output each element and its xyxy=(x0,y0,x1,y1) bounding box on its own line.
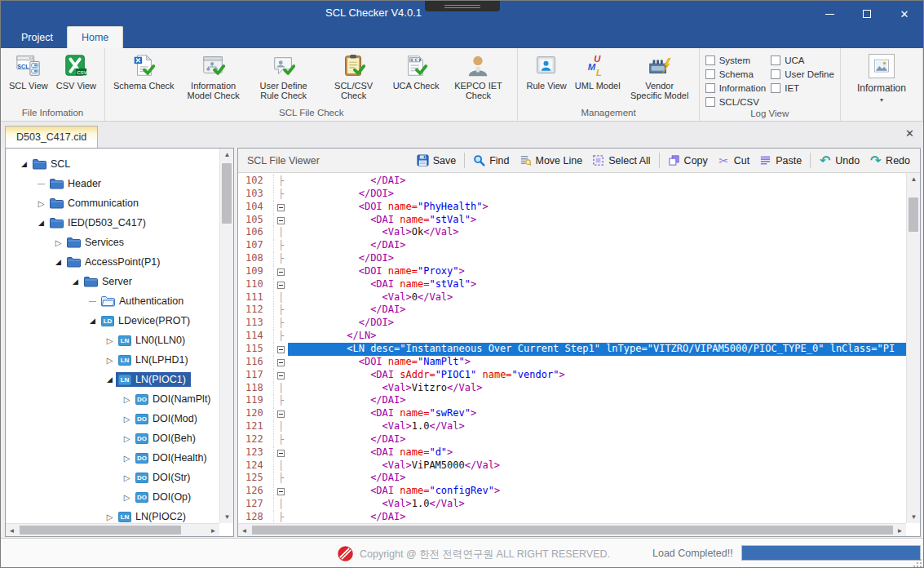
code-line-112[interactable]: 112├ </DAI> xyxy=(238,304,906,317)
tree-item-doi-str[interactable]: ▷DODOI(Str) xyxy=(7,468,219,487)
code-line-103[interactable]: 103├ </DOI> xyxy=(238,188,906,201)
tree-item-doi-namplt[interactable]: ▷DODOI(NamPlt) xyxy=(7,389,219,409)
tree-item-services[interactable]: ▷Services xyxy=(7,233,219,252)
code-line-118[interactable]: 118│ <Val>Vitzro</Val> xyxy=(238,382,906,395)
tree-item-ln-lphd1[interactable]: ▷LNLN(LPHD1) xyxy=(7,350,219,370)
scroll-up-icon[interactable]: ▲ xyxy=(907,173,921,185)
ribbon-button-schema-check[interactable]: Schema Check xyxy=(111,51,177,92)
tree-item-scl[interactable]: ◢SCL xyxy=(7,154,219,174)
tree-item-ln-pioc1[interactable]: ◢LNLN(PIOC1) xyxy=(7,370,219,389)
code-line-125[interactable]: 125├ </DAI> xyxy=(238,472,906,485)
tree-item-header[interactable]: Header xyxy=(7,174,219,193)
scroll-right-icon[interactable]: ► xyxy=(894,524,906,537)
tree-vscroll-thumb[interactable] xyxy=(222,163,232,224)
ribbon-button-vendor-specific-model[interactable]: Vendor Specific Model xyxy=(626,51,693,102)
code-line-123[interactable]: 123 <DAI name="d"> xyxy=(238,446,906,459)
tree-item-ln-pioc2[interactable]: ▷LNLN(PIOC2) xyxy=(7,507,219,522)
code-line-113[interactable]: 113├ </DOI> xyxy=(238,317,906,330)
code-line-106[interactable]: 106│ <Val>Ok</Val> xyxy=(238,226,906,239)
toolbar-button-move-line[interactable]: Move Line xyxy=(515,152,588,169)
code-line-102[interactable]: 102├ </DAI> xyxy=(238,175,906,188)
close-document-icon[interactable]: ✕ xyxy=(905,128,914,139)
ribbon-button-scl-view[interactable]: SCLSCL View xyxy=(7,51,51,92)
code-line-107[interactable]: 107├ </DAI> xyxy=(238,239,906,252)
code-line-109[interactable]: 109 <DOI name="Proxy"> xyxy=(238,265,906,278)
tree-hscroll-thumb[interactable] xyxy=(20,526,181,535)
scroll-down-icon[interactable]: ▼ xyxy=(907,511,921,523)
expand-icon[interactable]: ▷ xyxy=(121,454,133,463)
fold-toggle-icon[interactable] xyxy=(277,282,285,289)
maximize-button[interactable] xyxy=(848,1,886,27)
fold-toggle-icon[interactable] xyxy=(277,488,285,495)
code-line-111[interactable]: 111│ <Val>0</Val> xyxy=(238,291,906,304)
expand-icon[interactable]: ▷ xyxy=(35,199,47,208)
collapse-icon[interactable]: ◢ xyxy=(69,277,82,286)
checkbox-system[interactable] xyxy=(705,55,715,65)
expand-icon[interactable]: ▷ xyxy=(104,336,116,345)
tree-item-accesspoint-p1[interactable]: ◢AccessPoint(P1) xyxy=(7,252,219,272)
tree-item-authentication[interactable]: Authentication xyxy=(7,291,219,311)
fold-toggle-icon[interactable] xyxy=(277,217,285,224)
code-line-127[interactable]: 127│ <Val>1.0</Val> xyxy=(238,498,906,511)
collapse-icon[interactable]: ◢ xyxy=(35,219,47,227)
scroll-down-icon[interactable]: ▼ xyxy=(220,511,234,523)
fold-toggle-icon[interactable] xyxy=(277,204,285,211)
checkbox-uca[interactable] xyxy=(771,55,780,65)
code-line-128[interactable]: 128├ </DAI> xyxy=(238,511,906,523)
fold-toggle-icon[interactable] xyxy=(277,372,285,379)
code-line-126[interactable]: 126 <DAI name="configRev"> xyxy=(238,485,906,498)
code-line-108[interactable]: 108├ </DOI> xyxy=(238,252,906,265)
code-line-115[interactable]: 115 <LN desc="Instantaneous Over Current… xyxy=(238,343,906,356)
collapse-icon[interactable]: ◢ xyxy=(18,160,30,168)
toolbar-button-select-all[interactable]: Select All xyxy=(587,152,655,169)
ribbon-button-uml-model[interactable]: UMLUML Model xyxy=(573,51,623,92)
scroll-right-icon[interactable]: ► xyxy=(207,524,219,537)
scroll-up-icon[interactable]: ▲ xyxy=(220,149,234,161)
ribbon-button-csv-view[interactable]: CSVCSV View xyxy=(54,51,99,92)
expand-icon[interactable]: ▷ xyxy=(121,473,133,482)
code-line-117[interactable]: 117 <DAI sAddr="PIOC1" name="vendor"> xyxy=(238,369,906,382)
code-hscroll-thumb[interactable] xyxy=(252,526,893,535)
code-line-110[interactable]: 110 <DAI name="stVal"> xyxy=(238,278,906,291)
toolbar-button-paste[interactable]: Paste xyxy=(754,152,807,169)
checkbox-user-define[interactable] xyxy=(771,69,780,79)
minimize-button[interactable] xyxy=(811,1,848,27)
scroll-left-icon[interactable]: ◄ xyxy=(238,524,250,537)
code-horizontal-scrollbar[interactable]: ◄ ► xyxy=(238,523,906,536)
fold-toggle-icon[interactable] xyxy=(277,346,285,353)
code-vscroll-thumb[interactable] xyxy=(909,197,918,232)
tree-item-doi-mod[interactable]: ▷DODOI(Mod) xyxy=(7,409,219,428)
ribbon-tab-home[interactable]: Home xyxy=(67,26,123,48)
tree-horizontal-scrollbar[interactable]: ◄ ► xyxy=(6,523,219,536)
checkbox-scl-csv[interactable] xyxy=(705,97,715,107)
checkbox-schema[interactable] xyxy=(705,69,715,79)
expand-icon[interactable]: ▷ xyxy=(121,395,133,404)
ribbon-tab-project[interactable]: Project xyxy=(7,27,67,48)
collapse-icon[interactable]: ◢ xyxy=(104,375,116,384)
code-line-105[interactable]: 105 <DAI name="stVal"> xyxy=(238,214,906,227)
code-line-119[interactable]: 119├ </DAI> xyxy=(238,394,906,407)
expand-icon[interactable]: ▷ xyxy=(121,434,133,443)
toolbar-button-cut[interactable]: ✂Cut xyxy=(713,152,754,169)
tree-item-doi-beh[interactable]: ▷DODOI(Beh) xyxy=(7,428,219,448)
code-line-114[interactable]: 114├ </LN> xyxy=(238,330,906,343)
fold-toggle-icon[interactable] xyxy=(277,268,285,276)
ribbon-button-rule-view[interactable]: Rule View xyxy=(524,51,568,92)
code-line-104[interactable]: 104 <DOI name="PhyHealth"> xyxy=(238,201,906,214)
tree-item-ldevice-prot[interactable]: ◢LDLDevice(PROT) xyxy=(7,311,219,331)
toolbar-button-find[interactable]: Find xyxy=(468,152,514,169)
expand-icon[interactable]: ▷ xyxy=(104,513,116,521)
tree-item-ied-d503-c417[interactable]: ◢IED(D503_C417) xyxy=(7,213,219,233)
tree-item-doi-op[interactable]: ▷DODOI(Op) xyxy=(7,487,219,507)
checkbox-iet[interactable] xyxy=(771,83,780,93)
close-button[interactable]: ✕ xyxy=(886,1,923,27)
code-vertical-scrollbar[interactable]: ▲ ▼ xyxy=(906,173,920,523)
ribbon-button-information-model-check[interactable]: Information Model Check xyxy=(180,51,247,102)
ribbon-button-kepco-iet-check[interactable]: KEPCO IET Check xyxy=(444,51,511,102)
toolbar-button-copy[interactable]: Copy xyxy=(663,152,713,169)
expand-icon[interactable]: ▷ xyxy=(121,415,133,424)
code-line-121[interactable]: 121│ <Val>1.0</Val> xyxy=(238,420,906,433)
ribbon-button-scl-csv-check[interactable]: SCL/CSV Check xyxy=(321,51,387,102)
tree-item-server[interactable]: ◢Server xyxy=(7,272,219,291)
fold-toggle-icon[interactable] xyxy=(277,450,285,457)
